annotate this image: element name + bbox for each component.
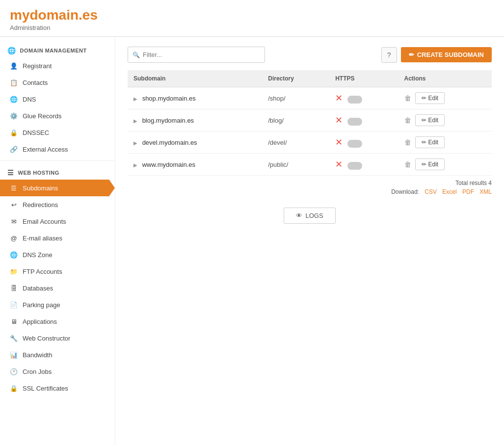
filter-input[interactable] (128, 47, 265, 63)
cell-directory: /public/ (262, 154, 329, 176)
cell-https: ✕ (329, 109, 398, 132)
col-actions: Actions (398, 70, 492, 87)
list-icon: ☰ (7, 169, 14, 177)
folder-icon: 📁 (10, 267, 18, 275)
expand-button[interactable]: ▶ (133, 140, 137, 146)
cell-actions: 🗑 ✏ Edit (398, 109, 492, 132)
cell-actions: 🗑 ✏ Edit (398, 154, 492, 176)
ssl-icon: 🔒 (10, 384, 18, 392)
edit-button[interactable]: ✏ Edit (415, 92, 445, 104)
email-icon: ✉ (10, 217, 18, 225)
eye-icon: 👁 (296, 212, 302, 219)
toolbar: 🔍 ? ✏ CREATE SUBDOMAIN (128, 47, 492, 63)
edit-icon: ✏ (422, 117, 426, 124)
edit-button[interactable]: ✏ Edit (415, 158, 445, 170)
sidebar-item-registrant[interactable]: 👤 Registrant (0, 57, 115, 74)
table-row: ▶ www.mydomain.es /public/ ✕ 🗑 ✏ Edit (128, 154, 492, 176)
edit-label: Edit (428, 161, 439, 168)
col-subdomain: Subdomain (128, 70, 262, 87)
logs-button[interactable]: 👁 LOGS (284, 208, 335, 224)
header: mydomain.es Administration (0, 0, 504, 37)
sidebar-item-dnssec[interactable]: 🔒 DNSSEC (0, 124, 115, 141)
cell-subdomain: ▶ blog.mydomain.es (128, 109, 262, 132)
link-icon: 🔗 (10, 145, 18, 153)
cell-subdomain: ▶ www.mydomain.es (128, 154, 262, 176)
lock-icon: 🔒 (10, 129, 18, 136)
sidebar-item-bandwidth[interactable]: 📊 Bandwidth (0, 346, 115, 363)
clock-icon: 🕐 (10, 368, 18, 375)
bandwidth-icon: 📊 (10, 351, 18, 359)
table-row: ▶ devel.mydomain.es /devel/ ✕ 🗑 ✏ Edit (128, 132, 492, 154)
https-toggle[interactable] (347, 118, 362, 126)
download-xml[interactable]: XML (479, 188, 492, 195)
site-title: mydomain.es (10, 7, 494, 23)
https-toggle[interactable] (347, 162, 362, 170)
download-pdf[interactable]: PDF (462, 188, 474, 195)
delete-button[interactable]: 🗑 (404, 116, 411, 124)
cell-subdomain: ▶ devel.mydomain.es (128, 132, 262, 154)
contacts-icon: 📋 (10, 79, 18, 86)
subtitle: Administration (10, 24, 494, 31)
cell-directory: /devel/ (262, 132, 329, 154)
col-directory: Directory (262, 70, 329, 87)
total-results: Total results 4 (128, 180, 492, 186)
sidebar-item-applications[interactable]: 🖥 Applications (0, 313, 115, 330)
sidebar-item-databases[interactable]: 🗄 Databases (0, 280, 115, 296)
sidebar-item-web-constructor[interactable]: 🔧 Web Constructor (0, 330, 115, 346)
at-icon: @ (10, 234, 18, 242)
download-csv[interactable]: CSV (424, 188, 437, 195)
delete-button[interactable]: 🗑 (404, 160, 411, 168)
sidebar-item-subdomains[interactable]: ☰ Subdomains (0, 180, 115, 196)
cell-https: ✕ (329, 154, 398, 176)
sidebar-item-ssl-certificates[interactable]: 🔒 SSL Certificates (0, 380, 115, 396)
subdomains-icon: ☰ (10, 184, 18, 192)
sidebar-item-contacts[interactable]: 📋 Contacts (0, 74, 115, 91)
globe-icon: 🌐 (7, 47, 16, 54)
create-subdomain-button[interactable]: ✏ CREATE SUBDOMAIN (401, 47, 492, 62)
table-row: ▶ blog.mydomain.es /blog/ ✕ 🗑 ✏ Edit (128, 109, 492, 132)
table-row: ▶ shop.mydomain.es /shop/ ✕ 🗑 ✏ Edit (128, 87, 492, 109)
edit-button[interactable]: ✏ Edit (415, 114, 445, 126)
sidebar-section-domain: 🌐 Domain Management (0, 42, 115, 57)
col-https: HTTPS (329, 70, 398, 87)
https-toggle[interactable] (347, 140, 362, 148)
edit-icon: ✏ (422, 95, 426, 102)
sidebar-item-parking-page[interactable]: 📄 Parking page (0, 296, 115, 313)
expand-button[interactable]: ▶ (133, 96, 137, 102)
subdomain-value: devel.mydomain.es (142, 139, 197, 146)
delete-button[interactable]: 🗑 (404, 94, 411, 102)
cell-directory: /shop/ (262, 87, 329, 109)
sidebar-item-external-access[interactable]: 🔗 External Access (0, 141, 115, 158)
redirect-icon: ↩ (10, 201, 18, 209)
pencil-icon: ✏ (409, 51, 414, 58)
expand-button[interactable]: ▶ (133, 162, 137, 168)
sidebar-item-dns-zone[interactable]: 🌐 DNS Zone (0, 246, 115, 263)
sidebar-item-email-aliases[interactable]: @ E-mail aliases (0, 230, 115, 246)
edit-button[interactable]: ✏ Edit (415, 136, 445, 148)
cell-actions: 🗑 ✏ Edit (398, 87, 492, 109)
sidebar-item-email-accounts[interactable]: ✉ Email Accounts (0, 213, 115, 230)
download-links: Download: CSV Excel PDF XML (128, 188, 492, 195)
subdomain-value: www.mydomain.es (142, 161, 195, 168)
cell-directory: /blog/ (262, 109, 329, 132)
download-excel[interactable]: Excel (442, 188, 456, 195)
sidebar-item-redirections[interactable]: ↩ Redirections (0, 196, 115, 213)
https-toggle[interactable] (347, 96, 362, 104)
download-label: Download: (391, 188, 419, 195)
sidebar-item-glue-records[interactable]: ⚙️ Glue Records (0, 107, 115, 124)
directory-value: /public/ (268, 161, 288, 168)
cell-https: ✕ (329, 87, 398, 109)
search-icon: 🔍 (133, 52, 140, 58)
help-button[interactable]: ? (381, 47, 397, 63)
sidebar-item-dns[interactable]: 🌐 DNS (0, 91, 115, 107)
delete-button[interactable]: 🗑 (404, 138, 411, 146)
https-status-icon: ✕ (335, 115, 343, 125)
expand-button[interactable]: ▶ (133, 118, 137, 124)
database-icon: 🗄 (10, 284, 18, 292)
edit-label: Edit (428, 117, 439, 124)
main-content: 🔍 ? ✏ CREATE SUBDOMAIN Subdomain Directo… (115, 37, 504, 446)
table-body: ▶ shop.mydomain.es /shop/ ✕ 🗑 ✏ Edit (128, 87, 492, 176)
sidebar-item-ftp-accounts[interactable]: 📁 FTP Accounts (0, 263, 115, 280)
edit-label: Edit (428, 95, 439, 102)
sidebar-item-cron-jobs[interactable]: 🕐 Cron Jobs (0, 363, 115, 380)
